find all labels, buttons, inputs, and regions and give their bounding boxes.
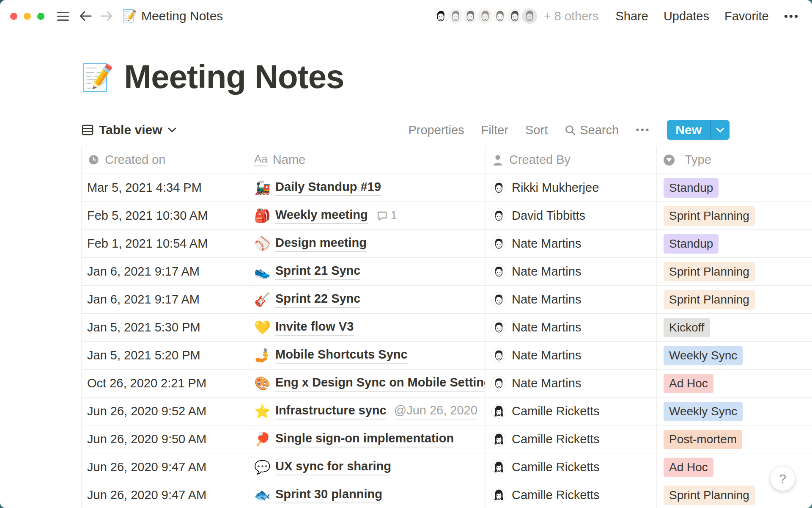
facepile-overflow-count[interactable]: + 8 others (544, 9, 599, 23)
page-link[interactable]: Sprint 30 planning (275, 487, 382, 503)
page-icon[interactable]: 📝 (81, 64, 114, 93)
cell-created-by[interactable]: Nate Martins (486, 286, 657, 313)
cell-type[interactable]: Weekly Sync (657, 342, 812, 369)
cell-name[interactable]: 🚂 Daily Standup #19 (249, 174, 486, 202)
cell-type[interactable]: Standup (657, 174, 812, 202)
cell-type[interactable]: Post-mortem (657, 425, 812, 453)
table-row[interactable]: Mar 5, 2021 4:34 PM 🚂 Daily Standup #19 … (82, 174, 812, 202)
page-link[interactable]: Design meeting (275, 236, 367, 252)
cell-type[interactable]: Sprint Planning (657, 202, 812, 229)
page-link[interactable]: Eng x Design Sync on Mobile Settings (275, 375, 486, 392)
share-button[interactable]: Share (616, 9, 648, 23)
breadcrumb[interactable]: 📝 Meeting Notes (122, 9, 223, 23)
new-dropdown-button[interactable] (711, 120, 730, 140)
cell-created-by[interactable]: Camille Ricketts (486, 425, 657, 453)
cell-created-by[interactable]: Camille Ricketts (486, 398, 657, 425)
column-header-created-by[interactable]: Created By (486, 146, 657, 174)
properties-button[interactable]: Properties (408, 123, 464, 137)
cell-name[interactable]: 🎸 Sprint 22 Sync (249, 286, 486, 313)
page-link[interactable]: Sprint 22 Sync (275, 292, 360, 308)
cell-created-on[interactable]: Jun 26, 2020 9:47 AM (82, 453, 249, 481)
page-title[interactable]: Meeting Notes (124, 60, 344, 93)
help-button[interactable]: ? (770, 466, 795, 491)
cell-created-on[interactable]: Jan 6, 2021 9:17 AM (82, 286, 249, 313)
cell-type[interactable]: Weekly Sync (657, 398, 812, 425)
cell-created-on[interactable]: Jan 6, 2021 9:17 AM (82, 258, 249, 285)
cell-created-by[interactable]: Nate Martins (486, 230, 657, 257)
table-row[interactable]: Jan 5, 2021 5:20 PM 🤳 Mobile Shortcuts S… (82, 342, 812, 370)
page-link[interactable]: Infrastructure sync (275, 403, 387, 420)
cell-created-on[interactable]: Jun 26, 2020 9:47 AM (82, 481, 249, 508)
cell-type[interactable]: Sprint Planning (657, 286, 812, 313)
cell-created-by[interactable]: David Tibbitts (486, 202, 657, 229)
comment-indicator[interactable]: 1 (376, 209, 397, 222)
favorite-button[interactable]: Favorite (724, 9, 769, 23)
close-window-button[interactable] (10, 13, 17, 20)
updates-button[interactable]: Updates (664, 9, 709, 23)
cell-created-on[interactable]: Oct 26, 2020 2:21 PM (82, 370, 249, 397)
table-row[interactable]: Jan 6, 2021 9:17 AM 👟 Sprint 21 Sync Nat… (82, 258, 812, 286)
cell-created-on[interactable]: Feb 5, 2021 10:30 AM (82, 202, 249, 229)
cell-name[interactable]: 🎒 Weekly meeting 1 (249, 202, 486, 229)
search-button[interactable]: Search (565, 123, 619, 137)
cell-name[interactable]: 💛 Invite flow V3 (249, 314, 486, 341)
cell-name[interactable]: 🏓 Single sign-on implementation (249, 425, 486, 453)
table-row[interactable]: Feb 1, 2021 10:54 AM ⚾ Design meeting Na… (82, 230, 812, 258)
cell-created-by[interactable]: Nate Martins (486, 314, 657, 341)
table-row[interactable]: Jan 6, 2021 9:17 AM 🎸 Sprint 22 Sync Nat… (82, 286, 812, 314)
cell-name[interactable]: ⭐ Infrastructure sync @Jun 26, 2020 (249, 398, 486, 425)
sidebar-menu-icon[interactable] (57, 12, 69, 21)
cell-created-on[interactable]: Mar 5, 2021 4:34 PM (82, 174, 249, 202)
minimize-window-button[interactable] (24, 13, 31, 20)
page-link[interactable]: Single sign-on implementation (275, 431, 454, 447)
page-link[interactable]: Mobile Shortcuts Sync (275, 348, 408, 364)
page-link[interactable]: Daily Standup #19 (275, 180, 381, 196)
back-arrow-icon[interactable] (78, 9, 93, 23)
cell-created-on[interactable]: Jan 5, 2021 5:20 PM (82, 342, 249, 369)
cell-type[interactable]: Standup (657, 230, 812, 257)
collaborator-facepile[interactable] (432, 8, 538, 25)
sort-button[interactable]: Sort (525, 123, 548, 137)
cell-created-by[interactable]: Camille Ricketts (486, 453, 657, 481)
cell-created-by[interactable]: Camille Ricketts (486, 481, 657, 508)
zoom-window-button[interactable] (37, 13, 44, 20)
table-view-switcher[interactable]: Table view (81, 123, 177, 137)
cell-name[interactable]: 🎨 Eng x Design Sync on Mobile Settings (249, 370, 486, 397)
cell-created-on[interactable]: Feb 1, 2021 10:54 AM (82, 230, 249, 257)
filter-button[interactable]: Filter (481, 123, 508, 137)
new-button[interactable]: New (667, 120, 730, 140)
cell-type[interactable]: Ad Hoc (657, 370, 812, 397)
forward-arrow-icon[interactable] (99, 9, 114, 23)
table-row[interactable]: Jun 26, 2020 9:52 AM ⭐ Infrastructure sy… (82, 398, 812, 425)
table-row[interactable]: Jun 26, 2020 9:47 AM 💬 UX sync for shari… (82, 453, 812, 481)
table-row[interactable]: Jun 26, 2020 9:50 AM 🏓 Single sign-on im… (82, 425, 812, 453)
cell-name[interactable]: 🤳 Mobile Shortcuts Sync (249, 342, 486, 369)
view-more-options-icon[interactable]: ••• (636, 124, 650, 136)
cell-created-by[interactable]: Nate Martins (486, 342, 657, 369)
cell-name[interactable]: ⚾ Design meeting (249, 230, 486, 257)
cell-created-on[interactable]: Jun 26, 2020 9:52 AM (82, 398, 249, 425)
cell-created-on[interactable]: Jan 5, 2021 5:30 PM (82, 314, 249, 341)
cell-name[interactable]: 🐟 Sprint 30 planning (249, 481, 486, 508)
page-link[interactable]: UX sync for sharing (275, 459, 391, 475)
date-mention[interactable]: @Jun 26, 2020 (394, 403, 477, 420)
table-row[interactable]: Oct 26, 2020 2:21 PM 🎨 Eng x Design Sync… (82, 370, 812, 398)
cell-created-by[interactable]: Nate Martins (486, 258, 657, 285)
cell-created-by[interactable]: Nate Martins (486, 370, 657, 397)
cell-type[interactable]: Sprint Planning (657, 258, 812, 285)
table-row[interactable]: Jun 26, 2020 9:47 AM 🐟 Sprint 30 plannin… (82, 481, 812, 508)
cell-name[interactable]: 💬 UX sync for sharing (249, 453, 486, 481)
column-header-name[interactable]: Aa Name (249, 146, 486, 174)
cell-created-by[interactable]: Rikki Mukherjee (486, 174, 657, 202)
more-options-icon[interactable]: ••• (784, 10, 799, 23)
column-header-type[interactable]: Type (657, 146, 812, 174)
cell-created-on[interactable]: Jun 26, 2020 9:50 AM (82, 425, 249, 453)
cell-name[interactable]: 👟 Sprint 21 Sync (249, 258, 486, 285)
column-header-created-on[interactable]: Created on (82, 146, 249, 174)
cell-type[interactable]: Kickoff (657, 314, 812, 341)
table-row[interactable]: Feb 5, 2021 10:30 AM 🎒 Weekly meeting 1 (82, 202, 812, 230)
page-link[interactable]: Weekly meeting (275, 208, 368, 224)
page-link[interactable]: Sprint 21 Sync (275, 264, 360, 280)
table-row[interactable]: Jan 5, 2021 5:30 PM 💛 Invite flow V3 Nat… (82, 314, 812, 342)
page-link[interactable]: Invite flow V3 (275, 320, 354, 336)
